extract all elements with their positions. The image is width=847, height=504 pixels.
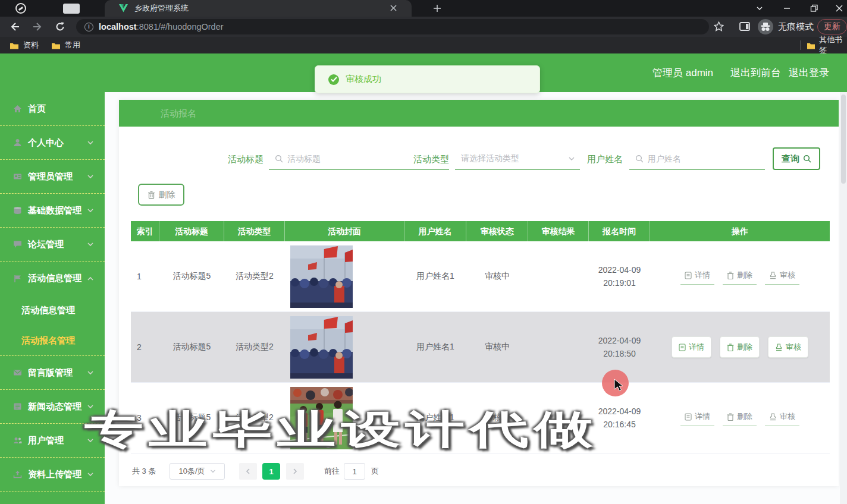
sidebar-item-home[interactable]: 首页 [0,92,105,126]
browser-logo-icon[interactable] [15,3,26,14]
total-count-label: 共 3 条 [132,462,156,480]
delete-button[interactable]: 删除 [723,268,757,285]
col-user: 用户姓名 [404,221,466,241]
trash-icon [148,191,155,199]
new-tab-icon[interactable] [433,4,441,12]
news-icon [13,402,23,411]
page-title-banner: 活动报名 [119,100,839,127]
audit-button[interactable]: 审核 [768,336,808,358]
chevron-down-icon [87,207,94,214]
search-button[interactable]: 查询 [773,147,820,170]
side-panel-icon[interactable] [739,22,750,31]
mouse-cursor-icon [613,379,625,392]
bookmark-folder-zliao[interactable]: 资料 [10,37,39,53]
chevron-down-icon [87,241,94,248]
detail-button[interactable]: 详情 [680,410,714,426]
next-page-button[interactable] [286,463,304,480]
chevron-down-icon [87,471,94,478]
audit-stamp-icon [769,413,777,421]
detail-button[interactable]: 详情 [672,336,711,358]
col-status: 审核状态 [466,221,528,241]
success-toast: 审核成功 [315,65,540,93]
sidebar-item-base-data-management[interactable]: 基础数据管理 [0,194,105,228]
sidebar-item-activity-info-management[interactable]: 活动信息管理 [0,262,105,295]
scrollbar-thumb[interactable] [841,94,846,184]
table-row: 2 活动标题5 活动类型2 用户姓名 [131,312,830,383]
success-check-icon [328,74,339,85]
trash-icon [727,344,734,351]
message-icon [13,368,23,377]
address-bar[interactable]: i localhost:8081/#/huodongOrder [76,19,709,34]
activity-icon [13,275,23,283]
reload-icon[interactable] [55,21,65,32]
filter-type-label: 活动类型 [413,148,449,170]
trash-icon [727,413,734,421]
col-type: 活动类型 [224,221,285,241]
audit-stamp-icon [769,272,777,279]
table-header: 索引 活动标题 活动类型 活动封面 用户姓名 审核状态 审核结果 报名时间 操作 [131,221,830,241]
sidebar-item-admin-management[interactable]: 管理员管理 [0,160,105,194]
folder-icon [807,42,815,49]
site-info-icon[interactable]: i [84,23,93,32]
page-size-select[interactable]: 10条/页 [170,463,225,480]
filter-user-input[interactable] [629,148,765,170]
filter-type-select[interactable]: 请选择活动类型 [455,148,580,170]
window-close-icon[interactable] [835,4,843,12]
forward-icon[interactable] [32,21,43,32]
sidebar-subitem-activity-info[interactable]: 活动信息管理 [0,295,105,326]
chevron-down-icon [87,369,94,376]
sidebar-item-personal-center[interactable]: 个人中心 [0,126,105,160]
vue-favicon [119,4,128,12]
document-icon [685,272,692,279]
browser-toolbar: i localhost:8081/#/huodongOrder 无痕模式 更新 [0,17,847,37]
audit-stamp-icon [775,344,783,351]
audit-button[interactable]: 审核 [765,268,799,285]
col-result: 审核结果 [528,221,589,241]
database-icon [13,206,23,215]
filter-title-label: 活动标题 [228,148,263,170]
tab-close-icon[interactable] [390,4,397,12]
delete-button[interactable]: 删除 [723,410,757,426]
col-date: 报名时间 [589,221,650,241]
user-icon [13,138,23,147]
bookmark-star-icon[interactable] [714,21,724,32]
tab-strip: 乡政府管理系统 [0,0,847,17]
sidebar-item-file-upload-management[interactable]: 资料上传管理 [0,458,105,492]
active-tab[interactable]: 乡政府管理系统 [105,0,412,17]
goto-page-input[interactable] [344,463,365,480]
user-name-input[interactable] [648,154,765,163]
chevron-down-icon [87,139,94,146]
window-restore-icon[interactable] [810,4,818,12]
delete-button[interactable]: 删除 [720,336,760,358]
window-menu-chevron-icon[interactable] [755,4,764,12]
sidebar-item-forum-management[interactable]: 论坛管理 [0,228,105,262]
pinned-tab[interactable] [63,4,80,14]
exit-to-front-link[interactable]: 退出到前台 [730,53,781,92]
prev-page-button[interactable] [239,463,257,480]
detail-button[interactable]: 详情 [680,268,714,285]
chevron-up-icon [87,275,94,282]
goto-label: 前往 [324,462,340,480]
audit-button[interactable]: 审核 [765,410,799,426]
other-bookmarks[interactable]: 其他书签 [807,37,847,53]
document-icon [685,413,692,421]
browser-window: 乡政府管理系统 i [0,0,847,504]
document-icon [679,344,686,351]
chevron-down-icon [87,173,94,180]
browser-update-button[interactable]: 更新 [817,19,847,34]
page-unit-label: 页 [371,462,379,480]
window-minimize-icon[interactable] [783,4,791,12]
logout-link[interactable]: 退出登录 [789,53,829,92]
bulk-delete-button[interactable]: 删除 [138,184,184,206]
toast-message: 审核成功 [346,74,381,85]
bookmark-folder-changyong[interactable]: 常用 [51,37,80,53]
table-row: 1 活动标题5 活动类型2 用户姓名 [131,241,830,312]
col-index: 索引 [131,221,159,241]
col-actions: 操作 [650,221,830,241]
sidebar-item-message-board-management[interactable]: 留言版管理 [0,356,105,390]
sidebar-subitem-activity-signup[interactable]: 活动报名管理 [0,326,105,356]
activity-cover-crowd-flags-photo [290,316,353,379]
page-number-button[interactable]: 1 [262,463,280,480]
scrollbar[interactable] [840,92,847,504]
back-icon[interactable] [10,21,20,32]
